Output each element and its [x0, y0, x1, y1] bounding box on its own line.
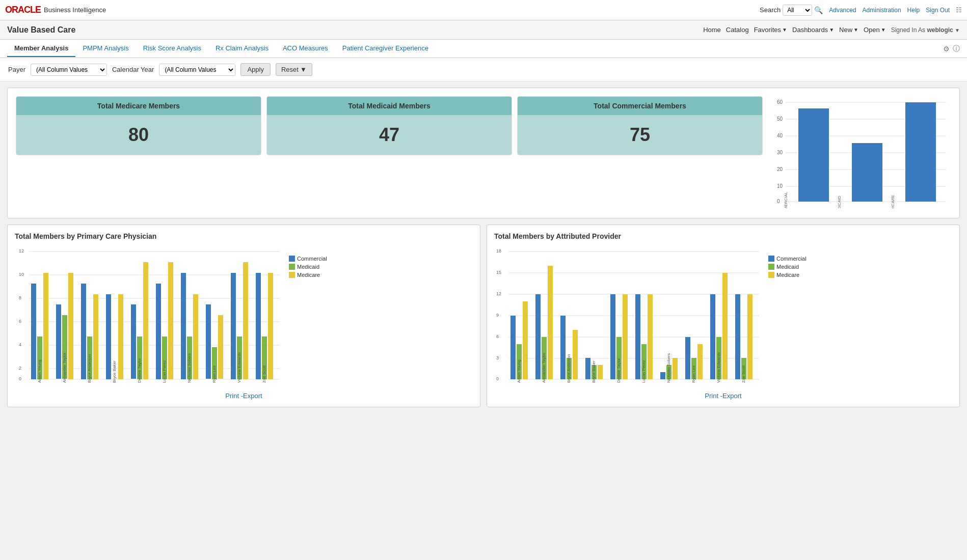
search-button[interactable]: 🔍 [814, 6, 823, 14]
provider-legend-commercial: Commercial [768, 256, 807, 262]
dashboards-button[interactable]: Dashboards ▼ [792, 26, 834, 34]
svg-text:Debbie Taylor: Debbie Taylor [616, 358, 621, 383]
svg-text:6: 6 [496, 334, 499, 339]
provider-medicare-color [768, 272, 774, 278]
tab-risk-score-analysis[interactable]: Risk Score Analysis [136, 40, 208, 57]
svg-text:6: 6 [19, 319, 21, 324]
svg-rect-108 [673, 358, 678, 379]
oracle-logo: ORACLE [5, 5, 41, 15]
svg-text:Adam Young: Adam Young [517, 360, 521, 383]
svg-rect-106 [660, 372, 665, 379]
favorites-button[interactable]: Favorites ▼ [754, 26, 787, 34]
calendar-year-select[interactable]: (All Column Values [159, 64, 235, 76]
page-title: Value Based Care [7, 25, 75, 35]
reset-label: Reset [281, 66, 299, 73]
svg-rect-109 [685, 337, 690, 379]
settings-icon[interactable]: ⚙ [943, 44, 950, 53]
svg-text:18: 18 [496, 248, 501, 254]
svg-rect-57 [218, 315, 223, 379]
tab-pmpm-analysis[interactable]: PMPM Analysis [75, 40, 136, 57]
svg-rect-14 [798, 108, 829, 202]
tab-aco-measures[interactable]: ACO Measures [276, 40, 335, 57]
svg-text:Lucas Perez: Lucas Perez [641, 360, 646, 383]
tab-bar: Member Analysis PMPM Analysis Risk Score… [0, 40, 967, 58]
apply-button[interactable]: Apply [240, 63, 271, 76]
tab-patient-caregiver[interactable]: Patient Caregiver Experience [335, 40, 436, 57]
svg-rect-102 [623, 294, 628, 379]
svg-rect-49 [156, 284, 161, 379]
svg-text:4: 4 [19, 342, 21, 347]
main-content: Total Medicare Members 80 Total Medicaid… [0, 81, 967, 413]
provider-chart-card: Total Members by Attributed Provider 18 … [487, 225, 960, 407]
svg-text:10: 10 [19, 272, 24, 277]
provider-print-link[interactable]: Print [705, 392, 718, 400]
commercial-legend-label: Commercial [297, 256, 327, 262]
svg-rect-39 [68, 273, 73, 379]
legend-medicare: Medicare [289, 272, 327, 278]
svg-rect-90 [523, 301, 528, 379]
advanced-link[interactable]: Advanced [829, 7, 856, 14]
search-label: Search [760, 6, 781, 14]
svg-rect-45 [118, 294, 123, 379]
svg-rect-52 [181, 273, 186, 379]
search-select[interactable]: All [783, 5, 812, 16]
charts-row: Total Members by Primary Care Physician … [7, 225, 960, 407]
stats-card: Total Medicare Members 80 Total Medicaid… [7, 88, 960, 218]
svg-text:Alexander Taylor: Alexander Taylor [542, 352, 546, 383]
catalog-button[interactable]: Catalog [726, 26, 749, 34]
legend-medicaid: Medicaid [289, 264, 327, 270]
physician-chart-svg: 12 10 8 6 4 2 0 [15, 245, 285, 388]
svg-text:Debbie Taylor: Debbie Taylor [137, 358, 142, 383]
svg-rect-115 [735, 294, 740, 379]
svg-text:3: 3 [496, 355, 499, 360]
svg-rect-63 [268, 273, 273, 379]
help-link[interactable]: Help [907, 7, 920, 14]
provider-medicaid-label: Medicaid [776, 264, 799, 270]
commercial-value: 75 [518, 115, 762, 155]
home-button[interactable]: Home [703, 26, 721, 34]
medicaid-header: Total Medicaid Members [267, 97, 512, 115]
svg-text:Victoria Edwards: Victoria Edwards [716, 352, 721, 383]
tab-member-analysis[interactable]: Member Analysis [7, 40, 75, 57]
svg-rect-114 [722, 273, 728, 379]
new-button[interactable]: New ▼ [839, 26, 858, 34]
legend-commercial: Commercial [289, 256, 327, 262]
top-bar-right: Search All 🔍 Advanced Administration Hel… [760, 5, 962, 16]
svg-rect-88 [511, 316, 516, 379]
svg-text:Alexander Taylor: Alexander Taylor [62, 352, 67, 383]
svg-text:0: 0 [19, 376, 21, 381]
svg-rect-97 [585, 358, 590, 379]
svg-rect-43 [106, 294, 111, 379]
provider-export-link[interactable]: -Export [720, 392, 742, 400]
svg-rect-111 [697, 344, 703, 379]
svg-rect-58 [231, 273, 236, 379]
help-icon[interactable]: ⓘ [953, 44, 960, 53]
open-button[interactable]: Open ▼ [864, 26, 886, 34]
provider-legend-medicaid: Medicaid [768, 264, 807, 270]
svg-rect-117 [747, 294, 753, 379]
reset-button[interactable]: Reset ▼ [276, 63, 312, 76]
svg-text:50: 50 [777, 116, 783, 122]
top-navigation-bar: ORACLE Business Intelligence Search All … [0, 0, 967, 20]
physician-print-link[interactable]: Print [225, 392, 239, 400]
svg-text:8: 8 [19, 295, 21, 300]
svg-text:Ryan Lee: Ryan Lee [691, 365, 696, 383]
medicaid-legend-label: Medicaid [297, 264, 319, 270]
search-area: Search All 🔍 [760, 5, 823, 16]
signout-link[interactable]: Sign Out [926, 7, 950, 14]
physician-export-link[interactable]: -Export [241, 392, 262, 400]
provider-chart-title: Total Members by Attributed Provider [494, 232, 952, 240]
svg-rect-55 [206, 304, 211, 379]
svg-text:Nicholas Sobers: Nicholas Sobers [187, 353, 192, 383]
svg-text:9: 9 [496, 313, 499, 318]
svg-text:Zoe Scott: Zoe Scott [741, 365, 746, 383]
svg-rect-54 [193, 294, 198, 379]
svg-text:MEDICAID: MEDICAID [837, 195, 842, 208]
tab-rx-claim-analysis[interactable]: Rx Claim Analysis [208, 40, 276, 57]
medicare-stat-box: Total Medicare Members 80 [16, 96, 261, 155]
provider-chart-svg: 18 15 12 9 6 3 0 [494, 245, 764, 388]
svg-text:0: 0 [777, 199, 780, 204]
administration-link[interactable]: Administration [863, 7, 901, 14]
payer-select[interactable]: (All Column Values [31, 64, 107, 76]
svg-text:Zoe Scott: Zoe Scott [262, 365, 266, 383]
